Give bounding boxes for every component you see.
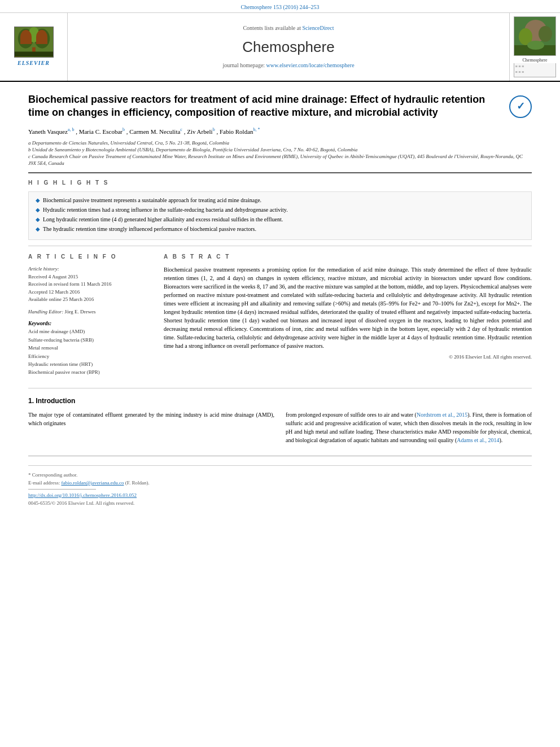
journal-title: Chemosphere [242,37,334,57]
highlights-box: ◆ Biochemical passive treatment represen… [28,191,532,240]
email-label: E-mail address: [28,480,61,486]
highlight-item-4: ◆ The hydraulic retention time strongly … [36,225,524,233]
svg-point-11 [527,41,544,50]
keyword-1: Acid mine drainage (AMD) [28,327,152,335]
introduction-title: 1. Introduction [28,396,532,406]
introduction-section: 1. Introduction The major type of contam… [28,388,532,444]
journal-cover-image [514,16,556,56]
page-footer: * Corresponding author. E-mail address: … [28,456,532,507]
highlight-bullet-1: ◆ [36,196,40,204]
page: Chemosphere 153 (2016) 244–253 ELSEVIER [0,0,560,747]
cover-art [514,17,556,56]
author5: , Fabio Roldan [216,128,253,134]
article-body-two-col: A R T I C L E I N F O Article history: R… [28,253,532,377]
ref-nordstrom[interactable]: Nordstrom et al., 2015 [417,412,467,418]
author1-affiliation: a, b [68,127,75,132]
handling-editor-name: Jörg E. Drewes [65,309,96,314]
article-title: Biochemical passive reactors for treatme… [28,93,504,120]
author3: , Carmen M. Neculita [126,128,181,134]
footer-separator [28,465,532,466]
science-direct-line: Contents lists available at ScienceDirec… [243,24,334,32]
separator-after-affiliations [28,172,532,173]
keyword-6: Biochemical passive reactor (BPR) [28,368,152,376]
svg-rect-5 [15,51,53,56]
right-column: A B S T R A C T Biochemical passive trea… [164,253,532,377]
article-history-group: Article history: Received 4 August 2015 … [28,265,152,304]
keyword-2: Sulfate-reducing bacteria (SRB) [28,336,152,344]
affiliation-a: a Departamento de Ciencias Naturales, Un… [28,139,532,146]
highlight-text-2: Hydraulic retention times had a strong i… [43,206,288,214]
footer-separator-line [28,489,96,490]
introduction-left-text: The major type of contaminated effluent … [28,410,274,427]
affiliations: a Departamento de Ciencias Naturales, Un… [28,139,532,167]
highlight-item-1: ◆ Biochemical passive treatment represen… [36,196,524,204]
homepage-url[interactable]: www.elsevier.com/locate/chemosphere [266,62,355,68]
author3-affiliation: c [180,127,182,132]
revised-date: Received in revised form 11 March 2016 [28,281,152,289]
elsevier-label: ELSEVIER [18,59,50,67]
handling-editor-block: Handling Editor: Jörg E. Drewes [28,308,152,316]
elsevier-logo-section: ELSEVIER [0,13,68,81]
article-info-label: A R T I C L E I N F O [28,253,152,261]
crossmark-badge[interactable] [509,95,532,118]
abstract-label: A B S T R A C T [164,253,532,261]
highlight-bullet-4: ◆ [36,225,40,233]
highlight-item-2: ◆ Hydraulic retention times had a strong… [36,206,524,214]
author-email[interactable]: fabio.roldan@javeriana.edu.co [61,480,124,486]
keyword-5: Hydraulic retention time (HRT) [28,360,152,368]
keywords-label: Keywords: [28,320,152,327]
received-date: Received 4 August 2015 [28,273,152,281]
keyword-3: Metal removal [28,344,152,352]
abstract-text: Biochemical passive treatment represents… [164,265,532,350]
section-title: Introduction [36,397,75,405]
svg-point-3 [28,27,39,42]
introduction-left: The major type of contaminated effluent … [28,410,274,444]
journal-header-center: Contents lists available at ScienceDirec… [68,13,509,81]
keywords-section: Keywords: Acid mine drainage (AMD) Sulfa… [28,320,152,377]
section-number: 1. [28,397,34,405]
corresponding-author-note: * Corresponding author. [28,471,532,479]
doi-link[interactable]: http://dx.doi.org/10.1016/j.chemosphere.… [28,492,137,498]
highlight-text-4: The hydraulic retention time strongly in… [43,225,256,233]
doi-line: http://dx.doi.org/10.1016/j.chemosphere.… [28,492,532,499]
journal-citation: Chemosphere 153 (2016) 244–253 [240,4,319,10]
journal-header: ELSEVIER Contents lists available at Sci… [0,13,560,82]
issn-line: 0045-6535/© 2016 Elsevier Ltd. All right… [28,500,532,507]
introduction-right-text: from prolonged exposure of sulfide ores … [286,410,532,444]
author1: Yaneth Vasquez [28,128,68,134]
author4: , Ziv Arbeli [184,128,213,134]
highlight-bullet-2: ◆ [36,206,40,214]
handling-editor-label: Handling Editor: [28,309,63,314]
accepted-date: Accepted 12 March 2016 [28,289,152,296]
author4-affiliation: b [213,127,215,132]
separator-after-highlights [28,246,532,246]
highlight-bullet-3: ◆ [36,216,40,224]
journal-cover-menu: ≡ ≡ ≡ ≡ ≡ ≡ [514,63,556,77]
highlights-section: H I G H L I G H T S ◆ Biochemical passiv… [28,179,532,240]
journal-top-bar: Chemosphere 153 (2016) 244–253 [0,0,560,13]
svg-point-9 [539,26,552,42]
highlight-text-1: Biochemical passive treatment represents… [43,196,261,204]
elsevier-tree-icon [15,27,53,57]
highlight-item-3: ◆ Long hydraulic retention time (4 d) ge… [36,216,524,224]
introduction-right: from prolonged exposure of sulfide ores … [286,410,532,444]
journal-cover-section: Chemosphere ≡ ≡ ≡ ≡ ≡ ≡ [509,13,560,81]
ref-adams[interactable]: Adams et al., 2014 [457,437,499,443]
author2-affiliation: b [123,127,125,132]
keyword-4: Efficiency [28,352,152,360]
copyright-line: © 2016 Elsevier Ltd. All rights reserved… [164,353,532,361]
main-content: Biochemical passive reactors for treatme… [0,82,560,517]
highlight-text-3: Long hydraulic retention time (4 d) gene… [43,216,283,224]
affiliation-c: c Canada Research Chair on Passive Treat… [28,153,532,167]
elsevier-logo-image [14,27,54,58]
author5-affiliation: b, * [253,127,260,132]
email-line: E-mail address: fabio.roldan@javeriana.e… [28,479,532,487]
article-info-block: Article history: Received 4 August 2015 … [28,265,152,316]
introduction-two-col: The major type of contaminated effluent … [28,410,532,444]
available-date: Available online 25 March 2016 [28,296,152,304]
science-direct-link[interactable]: ScienceDirect [302,25,334,31]
authors-line: Yaneth Vasqueza, b , Maria C. Escobarb ,… [28,126,532,136]
elsevier-logo: ELSEVIER [14,27,54,67]
article-title-section: Biochemical passive reactors for treatme… [28,93,532,120]
affiliation-b: b Unidad de Saneamiento y Biotecnología … [28,146,532,153]
